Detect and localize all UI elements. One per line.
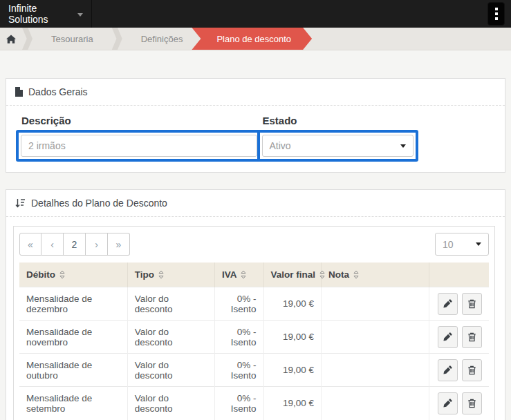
trash-icon <box>467 332 477 342</box>
trash-icon <box>467 398 477 408</box>
last-page-button[interactable]: » <box>108 233 130 256</box>
table-toolbar: « ‹ 2 › » 10 <box>19 233 489 256</box>
breadcrumb-item-plano-de-desconto[interactable]: Plano de desconto <box>192 28 312 50</box>
delete-row-button[interactable] <box>462 392 482 414</box>
page-content: Dados Gerais Descrição Estado Ativo <box>0 50 511 420</box>
breadcrumb: Tesouraria Definições Plano de desconto <box>0 28 511 50</box>
chevron-down-icon <box>77 13 83 17</box>
first-page-button[interactable]: « <box>19 233 41 256</box>
table-row: Mensalidade de novembro Valor do descont… <box>19 321 489 354</box>
breadcrumb-item-tesouraria[interactable]: Tesouraria <box>32 28 112 50</box>
cell-iva: 0% - Isento <box>214 387 263 420</box>
home-breadcrumb-link[interactable] <box>0 28 22 50</box>
file-icon <box>15 87 23 97</box>
descricao-highlight-ring <box>16 130 262 162</box>
cell-debito: Mensalidade de outubro <box>19 354 127 387</box>
edit-row-button[interactable] <box>438 359 458 381</box>
pencil-icon <box>443 298 453 309</box>
cell-valor-final: 19,00 € <box>263 387 322 420</box>
page-size-value: 10 <box>443 239 454 250</box>
cell-nota <box>322 354 429 387</box>
brand-label: Infinite Solutions <box>8 3 72 25</box>
column-header-tipo[interactable]: Tipo <box>127 262 214 287</box>
cell-valor-final: 19,00 € <box>263 321 322 354</box>
delete-row-button[interactable] <box>462 293 482 315</box>
table-container: « ‹ 2 › » 10 <box>13 226 495 420</box>
cell-debito: Mensalidade de novembro <box>19 321 127 354</box>
panel-title: Dados Gerais <box>28 86 88 97</box>
sort-icon <box>353 270 359 279</box>
sort-icon <box>59 270 65 279</box>
cell-nota <box>322 387 429 420</box>
estado-highlight-ring: Ativo <box>257 130 418 162</box>
current-page-button[interactable]: 2 <box>64 233 86 256</box>
cell-tipo: Valor do desconto <box>127 287 214 321</box>
edit-row-button[interactable] <box>438 293 458 315</box>
cell-nota <box>322 287 429 321</box>
detalhes-header: Detalhes do Plano de Desconto <box>6 190 505 217</box>
discount-details-table: Débito Tipo IVA Valor final Nota Mensali… <box>19 262 489 420</box>
column-header-nota[interactable]: Nota <box>322 262 429 287</box>
page-size-select[interactable]: 10 <box>435 233 489 256</box>
dados-gerais-header: Dados Gerais <box>6 79 505 106</box>
cell-tipo: Valor do desconto <box>127 321 214 354</box>
table-row: Mensalidade de setembro Valor do descont… <box>19 387 489 420</box>
chevron-down-icon <box>400 144 406 148</box>
column-header-actions <box>429 262 489 287</box>
cell-iva: 0% - Isento <box>214 287 263 321</box>
brand-menu[interactable]: Infinite Solutions <box>0 0 92 28</box>
descricao-field-group: Descrição <box>13 115 254 162</box>
cell-nota <box>322 321 429 354</box>
dados-gerais-panel: Dados Gerais Descrição Estado Ativo <box>6 78 505 173</box>
cell-debito: Mensalidade de setembro <box>19 387 127 420</box>
sort-icon <box>241 270 246 279</box>
cell-tipo: Valor do desconto <box>127 387 214 420</box>
table-body: Mensalidade de dezembro Valor do descont… <box>19 287 489 420</box>
trash-icon <box>467 365 477 375</box>
detalhes-panel: Detalhes do Plano de Desconto « ‹ 2 › » … <box>6 189 505 420</box>
pencil-icon <box>443 365 453 375</box>
column-header-iva[interactable]: IVA <box>214 262 263 287</box>
breadcrumb-separator <box>22 28 32 50</box>
cell-valor-final: 19,00 € <box>263 354 322 387</box>
edit-row-button[interactable] <box>438 392 458 414</box>
cell-tipo: Valor do desconto <box>127 354 214 387</box>
next-page-button[interactable]: › <box>86 233 108 256</box>
edit-row-button[interactable] <box>438 326 458 348</box>
table-row: Mensalidade de dezembro Valor do descont… <box>19 287 489 321</box>
table-header-row: Débito Tipo IVA Valor final Nota <box>19 262 489 287</box>
sort-icon <box>319 270 325 279</box>
kebab-menu-icon <box>495 8 498 10</box>
cell-iva: 0% - Isento <box>214 354 263 387</box>
sort-amount-icon <box>15 198 26 208</box>
kebab-menu-button[interactable] <box>487 2 505 26</box>
estado-select[interactable]: Ativo <box>262 135 414 157</box>
cell-debito: Mensalidade de dezembro <box>19 287 127 321</box>
home-icon <box>6 35 16 44</box>
top-bar: Infinite Solutions <box>0 0 511 28</box>
column-header-valor-final[interactable]: Valor final <box>263 262 322 287</box>
pencil-icon <box>443 332 453 342</box>
breadcrumb-separator <box>112 28 122 50</box>
delete-row-button[interactable] <box>462 359 482 381</box>
sort-icon <box>158 270 164 279</box>
estado-field-group: Estado Ativo <box>254 115 496 162</box>
estado-selected-value: Ativo <box>270 140 291 151</box>
cell-iva: 0% - Isento <box>214 321 263 354</box>
column-header-debito[interactable]: Débito <box>19 262 127 287</box>
panel-title: Detalhes do Plano de Desconto <box>31 198 167 209</box>
estado-label: Estado <box>257 115 496 126</box>
delete-row-button[interactable] <box>462 326 482 348</box>
descricao-input[interactable] <box>21 135 257 157</box>
prev-page-button[interactable]: ‹ <box>41 233 64 256</box>
chevron-down-icon <box>476 242 481 246</box>
descricao-label: Descrição <box>16 115 254 126</box>
trash-icon <box>467 298 477 309</box>
table-row: Mensalidade de outubro Valor do desconto… <box>19 354 489 387</box>
breadcrumb-item-definicoes[interactable]: Definições <box>122 28 202 50</box>
pencil-icon <box>443 398 453 408</box>
cell-valor-final: 19,00 € <box>263 287 322 321</box>
pagination: « ‹ 2 › » <box>19 233 130 256</box>
